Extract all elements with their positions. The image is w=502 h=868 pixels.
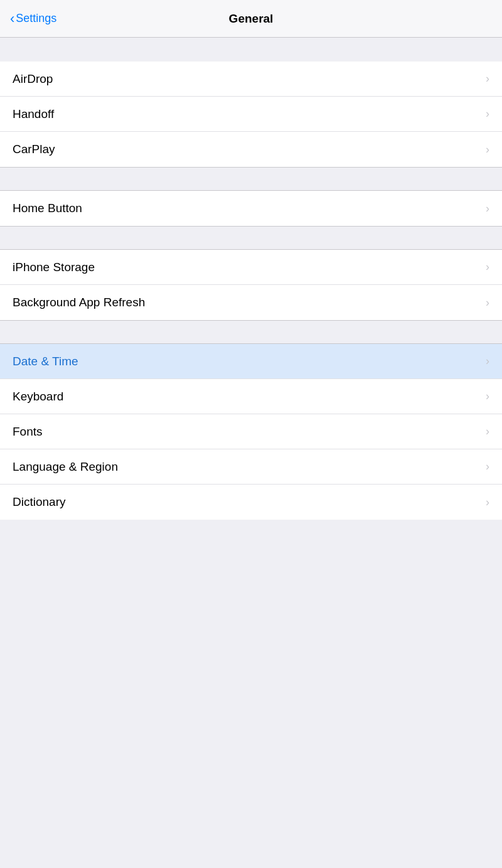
airdrop-label: AirDrop: [13, 72, 53, 86]
date-time-chevron-icon: ›: [486, 355, 489, 368]
background-app-refresh-label: Background App Refresh: [13, 296, 145, 309]
section-datetime-etc: Date & Time › Keyboard › Fonts › Languag…: [0, 344, 502, 520]
back-chevron-icon: ‹: [10, 11, 14, 27]
row-date-time[interactable]: Date & Time ›: [0, 344, 502, 379]
row-home-button[interactable]: Home Button ›: [0, 191, 502, 226]
page-title: General: [229, 12, 274, 26]
row-keyboard[interactable]: Keyboard ›: [0, 379, 502, 414]
back-button[interactable]: ‹ Settings: [10, 11, 56, 27]
row-iphone-storage[interactable]: iPhone Storage ›: [0, 250, 502, 285]
fonts-label: Fonts: [13, 425, 43, 439]
row-handoff[interactable]: Handoff ›: [0, 97, 502, 132]
dictionary-chevron-icon: ›: [486, 496, 489, 509]
row-airdrop[interactable]: AirDrop ›: [0, 62, 502, 97]
carplay-label: CarPlay: [13, 142, 55, 156]
background-app-refresh-chevron-icon: ›: [486, 296, 489, 309]
home-button-chevron-icon: ›: [486, 202, 489, 215]
carplay-chevron-icon: ›: [486, 143, 489, 156]
date-time-label: Date & Time: [13, 355, 78, 368]
section-gap-1: [0, 167, 502, 191]
language-region-chevron-icon: ›: [486, 460, 489, 473]
keyboard-chevron-icon: ›: [486, 390, 489, 403]
section-gap-3: [0, 320, 502, 344]
section-homebutton: Home Button ›: [0, 191, 502, 226]
iphone-storage-chevron-icon: ›: [486, 260, 489, 274]
language-region-label: Language & Region: [13, 460, 118, 474]
section-storage: iPhone Storage › Background App Refresh …: [0, 250, 502, 320]
back-label: Settings: [16, 12, 56, 25]
row-carplay[interactable]: CarPlay ›: [0, 132, 502, 167]
section-connectivity: AirDrop › Handoff › CarPlay ›: [0, 62, 502, 167]
keyboard-label: Keyboard: [13, 390, 63, 404]
row-fonts[interactable]: Fonts ›: [0, 414, 502, 449]
airdrop-chevron-icon: ›: [486, 72, 489, 85]
row-dictionary[interactable]: Dictionary ›: [0, 485, 502, 520]
home-button-label: Home Button: [13, 201, 82, 215]
section-gap-2: [0, 226, 502, 250]
navigation-header: ‹ Settings General: [0, 0, 502, 38]
top-section-gap: [0, 38, 502, 62]
iphone-storage-label: iPhone Storage: [13, 260, 95, 274]
fonts-chevron-icon: ›: [486, 425, 489, 438]
row-background-app-refresh[interactable]: Background App Refresh ›: [0, 285, 502, 320]
handoff-chevron-icon: ›: [486, 107, 489, 121]
dictionary-label: Dictionary: [13, 495, 65, 509]
row-language-region[interactable]: Language & Region ›: [0, 449, 502, 485]
bottom-gap: [0, 520, 502, 570]
handoff-label: Handoff: [13, 107, 54, 121]
